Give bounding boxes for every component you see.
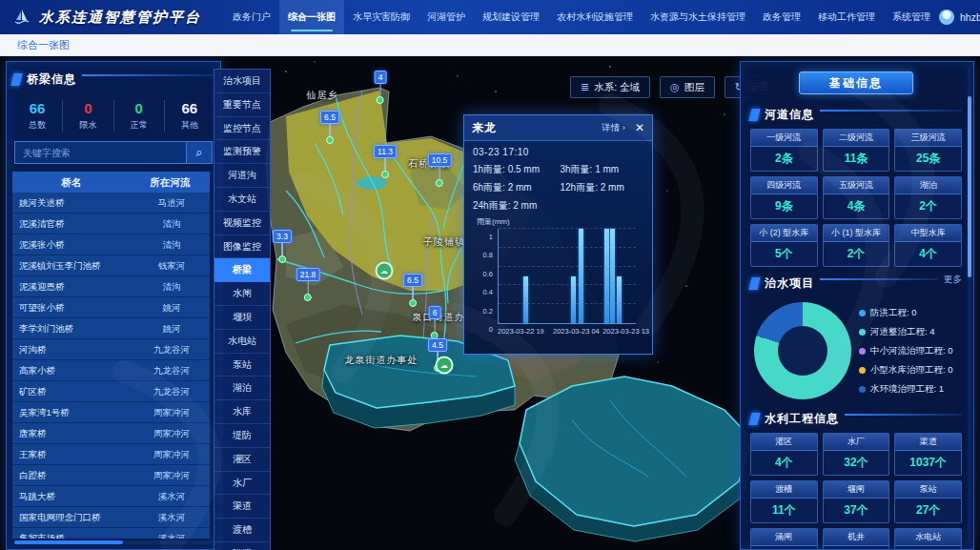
water-level-marker[interactable]: 11.3	[374, 145, 397, 178]
legend-label: 小型水库治理工程: 0	[870, 364, 953, 377]
search-input[interactable]	[14, 141, 187, 164]
nav-item-10[interactable]: 系统管理	[884, 0, 939, 34]
x-tick-label: 2023-03-22 19	[498, 327, 544, 336]
station-icon[interactable]: ☁	[436, 356, 454, 375]
panel-scrollbar[interactable]	[968, 68, 971, 543]
water-level-marker[interactable]: 6.5	[320, 111, 339, 144]
station-icon[interactable]: ☁	[376, 262, 394, 280]
layer-item-10[interactable]: 水闸	[214, 282, 270, 306]
stat-label: 限水	[63, 119, 112, 132]
table-row[interactable]: 国家电网理念门口桥溪水河	[12, 507, 210, 528]
layer-item-3[interactable]: 监控节点	[214, 117, 270, 141]
page-title: 水系连通智慧管护平台	[39, 9, 201, 27]
stat-label: 正常	[114, 119, 164, 132]
water-level-marker[interactable]: 21.8	[296, 268, 320, 301]
layer-item-5[interactable]: 河道沟	[214, 164, 270, 188]
bridge-name-cell: 高家小桥	[12, 360, 133, 380]
card-label: 小 (2) 型水库	[751, 225, 817, 242]
layer-item-14[interactable]: 湖泊	[214, 377, 270, 400]
layer-item-2[interactable]: 重要节点	[214, 93, 270, 117]
close-icon[interactable]: ✕	[635, 121, 644, 134]
basic-info-tab[interactable]: 基础信息	[799, 71, 913, 94]
nav-item-5[interactable]: 规划建设管理	[474, 0, 548, 34]
popup-title: 来龙	[472, 120, 596, 136]
river-card: 一级河流2条	[750, 129, 818, 172]
water-level-marker[interactable]: 4	[375, 71, 387, 104]
bridge-name-cell: 李学刘门池桥	[12, 318, 133, 338]
table-row[interactable]: 泥溪张小桥清沟	[12, 234, 210, 255]
nav-item-4[interactable]: 河湖管护	[419, 0, 474, 34]
map-control-1[interactable]: ≣水系: 全域	[570, 76, 650, 98]
layer-item-20[interactable]: 渡槽	[214, 519, 270, 542]
table-row[interactable]: 李学刘门池桥姚河	[12, 318, 210, 339]
legend-item: 防洪工程: 0	[859, 307, 953, 319]
nav-item-1[interactable]: 政务门户	[224, 0, 279, 34]
table-row[interactable]: 泥溪迎恩桥清沟	[12, 276, 210, 297]
table-row[interactable]: 泥溪清官桥清沟	[12, 214, 210, 234]
layer-item-13[interactable]: 泵站	[214, 354, 270, 377]
column-header: 所在河流	[131, 172, 210, 193]
water-level-marker[interactable]: 10.5	[428, 153, 452, 187]
more-link[interactable]: 更多	[944, 274, 962, 286]
layer-item-4[interactable]: 监测预警	[214, 140, 270, 164]
horizontal-scrollbar[interactable]	[14, 540, 213, 544]
layer-item-9[interactable]: 桥梁	[214, 258, 270, 282]
card-label: 渡槽	[751, 481, 817, 499]
layer-item-11[interactable]: 堰坝	[214, 306, 270, 330]
nav-item-3[interactable]: 水旱灾害防御	[344, 0, 419, 34]
station-popup: 来龙 详情 › ✕ 03-23 17:10 1h雨量: 0.5 mm3h雨量: …	[463, 114, 653, 355]
rain-bar	[617, 276, 622, 324]
table-row[interactable]: 姚河关道桥马道河	[12, 193, 210, 214]
card-value: 32个	[824, 451, 889, 475]
table-row[interactable]: 白蹬桥周家冲河	[12, 465, 210, 486]
nav-item-6[interactable]: 农村水利设施管理	[548, 0, 642, 34]
layer-item-1[interactable]: 治水项目	[214, 70, 270, 93]
layer-item-12[interactable]: 水电站	[214, 330, 270, 354]
chart-plot	[498, 229, 636, 324]
x-axis-ticks: 2023-03-22 192023-03-23 042023-03-23 13	[498, 327, 636, 336]
breadcrumb-item[interactable]: 综合一张图	[17, 39, 70, 51]
water-level-marker[interactable]: 3.3	[273, 230, 292, 263]
table-row[interactable]: 可望张小桥姚河	[12, 297, 210, 318]
bridge-name-cell: 唐家桥	[12, 423, 133, 443]
layer-item-16[interactable]: 堤防	[214, 424, 270, 448]
user-menu[interactable]: hhzb42080201 ⌄	[939, 10, 980, 25]
table-row[interactable]: 矿区桥九龙谷河	[12, 381, 210, 402]
marker-dot	[381, 171, 389, 178]
table-row[interactable]: 吴家湾1号桥周家冲河	[12, 402, 210, 423]
marker-dot	[436, 179, 443, 187]
table-row[interactable]: 王家桥周家冲河	[12, 444, 210, 465]
water-level-marker[interactable]: 6	[429, 306, 441, 339]
layer-item-17[interactable]: 灌区	[214, 448, 270, 472]
table-row[interactable]: 集贸市场桥溪水河	[12, 528, 210, 539]
table-row[interactable]: 高家小桥九龙谷河	[12, 360, 210, 381]
search-icon[interactable]: ⌕	[187, 141, 213, 164]
table-row[interactable]: 唐家桥周家冲河	[12, 423, 210, 444]
map-control-2[interactable]: ◎图层	[660, 76, 715, 98]
legend-label: 防洪工程: 0	[870, 307, 917, 319]
nav-item-8[interactable]: 政务管理	[754, 0, 809, 34]
layer-item-19[interactable]: 渠道	[214, 495, 270, 519]
nav-item-7[interactable]: 水资源与水土保持管理	[642, 0, 754, 34]
table-row[interactable]: 泥溪镇刘玉李门池桥钱家河	[12, 255, 210, 276]
card-label: 湖泊	[895, 177, 961, 194]
nav-item-2[interactable]: 综合一张图	[279, 0, 344, 34]
layer-item-15[interactable]: 水库	[214, 400, 270, 424]
column-header: 桥名	[12, 172, 131, 193]
nav-item-9[interactable]: 移动工作管理	[809, 0, 884, 34]
table-row[interactable]: 马跳大桥溪水河	[12, 486, 210, 507]
card-label: 水电站	[895, 529, 961, 546]
marker-value: 4	[375, 71, 387, 84]
table-row[interactable]: 河沟桥九龙谷河	[12, 339, 210, 360]
detail-link[interactable]: 详情 ›	[602, 122, 625, 134]
layer-item-7[interactable]: 视频监控	[214, 212, 270, 235]
layer-item-6[interactable]: 水文站	[214, 188, 270, 212]
layer-item-8[interactable]: 图像监控	[214, 235, 270, 259]
layer-item-21[interactable]: 隧洞	[214, 542, 270, 550]
project-chart: 防洪工程: 0河道整治工程: 4中小河流治理工程: 0小型水库治理工程: 0水环…	[750, 297, 962, 404]
legend-dot	[859, 386, 866, 393]
works-section-title: 水利工程信息	[765, 411, 839, 427]
water-level-marker[interactable]: 6.5	[403, 274, 422, 307]
layer-item-18[interactable]: 水厂	[214, 472, 270, 496]
stat-value: 66	[12, 100, 62, 116]
